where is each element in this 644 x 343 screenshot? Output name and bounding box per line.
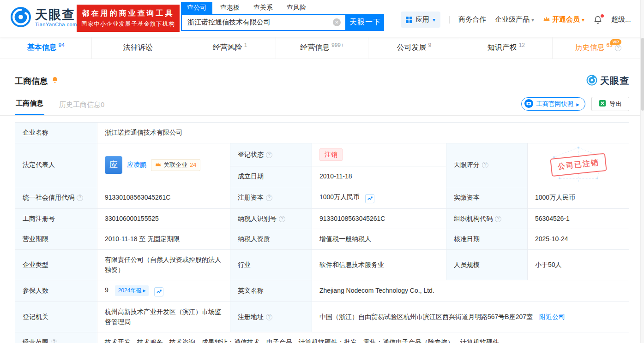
nav-enterprise-label: 企业级产品 bbox=[495, 15, 530, 24]
nav-vip-label: 开通会员 bbox=[552, 15, 580, 24]
value-taxpayer-id: 91330108563045261C bbox=[312, 208, 446, 229]
info-icon[interactable]: ? bbox=[279, 216, 285, 222]
vip-badge: VIP bbox=[610, 39, 622, 45]
info-icon[interactable]: ? bbox=[615, 45, 621, 51]
snapshot-label: 工商官网快照 bbox=[536, 100, 573, 108]
tab-operating-info[interactable]: 经营信息 999+ bbox=[276, 37, 367, 59]
subtab-business-info[interactable]: 工商信息 bbox=[15, 95, 44, 115]
export-label: 导出 bbox=[609, 100, 622, 108]
apps-menu[interactable]: 应用 ▾ bbox=[401, 12, 440, 28]
tianyancha-logo[interactable]: 天眼查 TianYanCha.com bbox=[10, 6, 77, 29]
info-icon[interactable]: ? bbox=[51, 339, 57, 343]
search-tab-relation[interactable]: 查关系 bbox=[253, 2, 273, 14]
scrollbar-thumb[interactable] bbox=[641, 38, 644, 111]
table-row: 统一社会信用代码? 91330108563045261C 注册资本? 1000万… bbox=[15, 187, 629, 209]
watermark-text: 天眼查 bbox=[600, 75, 629, 87]
notifications-bell-icon[interactable] bbox=[593, 15, 602, 24]
search-button[interactable]: 天眼一下 bbox=[346, 14, 384, 31]
related-companies-badge[interactable]: 关联企业 24 bbox=[151, 159, 200, 171]
label-approval-date: 核准日期 bbox=[446, 229, 528, 250]
value-company-type: 有限责任公司（自然人投资或控股的法人独资） bbox=[97, 249, 230, 280]
nav-account[interactable]: 超级... bbox=[611, 15, 631, 24]
clear-search-icon[interactable]: ✕ bbox=[333, 18, 341, 26]
chevron-down-icon: ▾ bbox=[433, 17, 435, 23]
alert-bell-icon[interactable] bbox=[51, 76, 59, 86]
label-reg-number: 工商注册号 bbox=[15, 208, 97, 229]
apps-label: 应用 bbox=[415, 15, 429, 24]
nav-business-cooperation[interactable]: 商务合作 bbox=[458, 15, 486, 24]
legal-rep-name-link[interactable]: 应凌鹏 bbox=[127, 160, 146, 170]
search-area: 查公司 查老板 查关系 查风险 ✕ 天眼一下 bbox=[181, 2, 384, 31]
label-english-name: 英文名称 bbox=[230, 280, 312, 302]
tab-label: 基本信息 bbox=[27, 43, 57, 53]
table-row: 企业类型 有限责任公司（自然人投资或控股的法人独资） 行业 软件和信息技术服务业… bbox=[15, 249, 629, 280]
value-industry: 软件和信息技术服务业 bbox=[312, 249, 446, 280]
label-credit-code: 统一社会信用代码? bbox=[15, 187, 97, 209]
reg-capital-text: 1000万人民币 bbox=[319, 193, 360, 201]
tab-label: 经营风险 bbox=[213, 43, 242, 53]
annual-report-label: 2024年报 bbox=[118, 286, 142, 295]
annual-report-tag[interactable]: 2024年报 ▸ bbox=[115, 285, 149, 296]
label-insured-count: 参保人数 bbox=[15, 280, 97, 302]
subtab-history-business-info[interactable]: 历史工商信息0 bbox=[58, 96, 105, 115]
arrow-right-icon: ▸ bbox=[576, 101, 579, 108]
capital-trend-icon[interactable] bbox=[365, 194, 374, 203]
official-snapshot-button[interactable]: 工商官网快照 ▸ bbox=[521, 97, 585, 111]
tab-basic-info[interactable]: 基本信息 94 bbox=[0, 37, 91, 59]
info-icon[interactable]: ? bbox=[266, 152, 272, 158]
value-credit-code: 91330108563045261C bbox=[97, 187, 230, 209]
nav-open-membership[interactable]: 开通会员 ▾ bbox=[543, 15, 584, 24]
tab-count: 9 bbox=[428, 42, 432, 48]
page-scrollbar bbox=[640, 0, 644, 343]
tab-intellectual-property[interactable]: 知识产权 12 bbox=[460, 37, 552, 59]
nearby-companies-link[interactable]: 附近公司 bbox=[539, 313, 565, 320]
tab-history-info[interactable]: 历史信息 63 VIP ? bbox=[552, 37, 644, 59]
info-icon[interactable]: ? bbox=[77, 195, 83, 201]
search-input[interactable] bbox=[182, 15, 345, 30]
insured-trend-icon[interactable] bbox=[154, 287, 163, 296]
excel-icon bbox=[599, 100, 606, 108]
nav-divider bbox=[449, 16, 450, 24]
search-tab-boss[interactable]: 查老板 bbox=[220, 2, 240, 14]
search-tab-company[interactable]: 查公司 bbox=[181, 2, 212, 14]
label-legal-rep: 法定代表人 bbox=[15, 143, 97, 187]
tab-legal-proceedings[interactable]: 法律诉讼 bbox=[91, 37, 183, 59]
table-row: 经营范围? 技术开发、技术服务、技术咨询、成果转让：通信技术、电子产品、计算机软… bbox=[15, 332, 629, 343]
tianyancha-watermark-icon bbox=[586, 75, 597, 87]
section-title: 工商信息 bbox=[15, 76, 59, 87]
label-org-code: 组织机构代码? bbox=[446, 208, 528, 229]
logo-title: 天眼查 bbox=[35, 8, 77, 22]
value-approval-date: 2025-10-24 bbox=[528, 229, 629, 250]
tab-count: 94 bbox=[59, 42, 65, 48]
label-company-name: 企业名称 bbox=[15, 123, 97, 143]
search-tab-risk[interactable]: 查风险 bbox=[287, 2, 306, 14]
info-icon[interactable]: ? bbox=[266, 195, 272, 201]
search-tabs: 查公司 查老板 查关系 查风险 bbox=[181, 2, 384, 14]
info-icon[interactable]: ? bbox=[266, 314, 272, 320]
tab-label: 法律诉讼 bbox=[123, 43, 153, 53]
legal-rep-avatar[interactable]: 应 bbox=[105, 156, 122, 174]
export-button[interactable]: 导出 bbox=[591, 97, 629, 111]
info-icon[interactable]: ? bbox=[495, 216, 501, 222]
banner-line1: 都在用的商业查询工具 bbox=[77, 9, 180, 18]
status-badge: 注销 bbox=[319, 148, 343, 161]
label-industry: 行业 bbox=[230, 249, 312, 280]
nav-enterprise-products[interactable]: 企业级产品 ▾ bbox=[495, 15, 534, 24]
tab-operating-risk[interactable]: 经营风险 1 bbox=[184, 37, 276, 59]
info-icon[interactable]: ? bbox=[482, 162, 488, 168]
value-business-scope: 技术开发、技术服务、技术咨询、成果转让：通信技术、电子产品、计算机软硬件；批发、… bbox=[97, 332, 629, 343]
tab-company-development[interactable]: 公司发展 9 bbox=[368, 37, 460, 59]
section-head: 工商信息 天眼查 bbox=[0, 59, 644, 87]
label-establish-date: 成立日期 bbox=[230, 166, 312, 187]
table-row: 企业名称 浙江诺控通信技术有限公司 bbox=[15, 123, 629, 143]
table-row: 法定代表人 应 应凌鹏 关联企业 24 登记状态? 注销 天眼评分? bbox=[15, 143, 629, 166]
value-staff-size: 小于50人 bbox=[528, 249, 629, 280]
chevron-down-icon: ▾ bbox=[582, 17, 584, 23]
label-reg-authority: 登记机关 bbox=[15, 302, 97, 332]
apps-grid-icon bbox=[406, 17, 412, 23]
snapshot-camera-icon bbox=[524, 99, 533, 109]
label-taxpayer-quality: 纳税人资质 bbox=[230, 229, 312, 250]
arrow-right-icon: ▸ bbox=[143, 286, 145, 295]
chevron-down-icon: ▾ bbox=[531, 17, 534, 23]
label-business-scope: 经营范围? bbox=[15, 332, 97, 343]
